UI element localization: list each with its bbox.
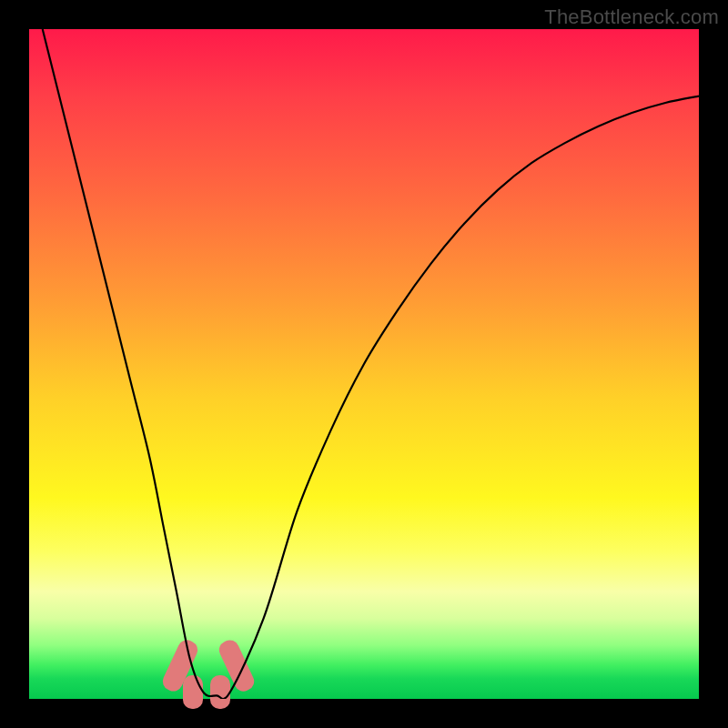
bottleneck-curve [29,29,699,699]
watermark-text: TheBottleneck.com [544,5,719,29]
plot-area [29,29,699,699]
curve-path [43,29,699,699]
